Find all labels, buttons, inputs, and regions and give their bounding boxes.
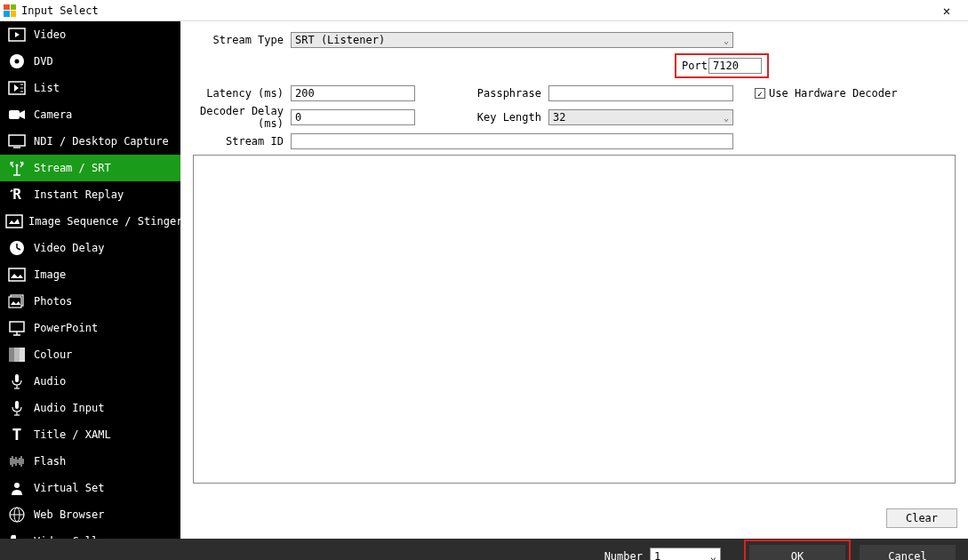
sidebar: Video DVD List Camera NDI / Desktop Capt… — [0, 21, 180, 539]
sidebar-item-colour[interactable]: Colour — [0, 341, 180, 368]
svg-rect-22 — [9, 348, 14, 362]
passphrase-label: Passphrase — [415, 87, 548, 100]
svg-rect-14 — [6, 215, 22, 228]
chevron-down-icon: ⌄ — [724, 113, 729, 123]
sequence-icon — [5, 212, 23, 230]
decoder-delay-label: Decoder Delay (ms) — [193, 105, 291, 130]
sidebar-item-label: Camera — [34, 108, 72, 121]
latency-input[interactable] — [291, 85, 415, 101]
cancel-button[interactable]: Cancel — [860, 545, 956, 560]
port-highlight: Port — [675, 53, 769, 78]
bottombar: Number 1 ⌄ OK Cancel — [0, 539, 968, 560]
sidebar-item-video-call[interactable]: Video Call — [0, 528, 180, 539]
sidebar-item-label: Instant Replay — [34, 188, 124, 201]
svg-point-2 — [15, 60, 20, 64]
sidebar-item-delay[interactable]: Video Delay — [0, 235, 180, 261]
sidebar-item-label: Colour — [34, 348, 72, 361]
replay-icon: R — [5, 186, 28, 204]
video-icon — [5, 26, 28, 44]
sidebar-item-virtual-set[interactable]: Virtual Set — [0, 475, 180, 501]
sidebar-item-label: Audio Input — [34, 402, 104, 414]
port-input[interactable] — [708, 58, 762, 74]
port-label: Port — [682, 60, 708, 72]
svg-rect-19 — [10, 322, 24, 332]
sidebar-item-sequence[interactable]: Image Sequence / Stinger — [0, 208, 180, 235]
sidebar-item-stream[interactable]: Stream / SRT — [0, 155, 180, 181]
key-length-value: 32 — [553, 111, 565, 124]
camera-icon — [5, 106, 28, 124]
chevron-down-icon: ⌄ — [710, 550, 716, 560]
svg-rect-7 — [9, 110, 20, 119]
colour-icon — [5, 346, 28, 364]
sidebar-item-title[interactable]: TTitle / XAML — [0, 421, 180, 448]
sidebar-item-powerpoint[interactable]: PowerPoint — [0, 315, 180, 341]
sidebar-item-label: Image Sequence / Stinger — [28, 215, 180, 228]
number-select[interactable]: 1 ⌄ — [650, 548, 721, 560]
sidebar-item-label: Virtual Set — [34, 482, 104, 494]
mic-icon — [5, 372, 28, 390]
close-button[interactable]: ✕ — [929, 0, 964, 20]
log-area[interactable] — [193, 155, 956, 484]
ok-highlight: OK — [744, 540, 851, 560]
sidebar-item-label: Video Delay — [34, 242, 104, 254]
svg-rect-23 — [14, 348, 20, 362]
app-icon — [4, 4, 16, 17]
sidebar-item-replay[interactable]: RInstant Replay — [0, 181, 180, 208]
sidebar-item-label: Video — [34, 28, 66, 41]
key-length-select[interactable]: 32 ⌄ — [548, 109, 733, 125]
dvd-icon — [5, 52, 28, 70]
sidebar-item-ndi[interactable]: NDI / Desktop Capture — [0, 128, 180, 155]
sidebar-item-photos[interactable]: Photos — [0, 288, 180, 315]
ok-button[interactable]: OK — [749, 545, 845, 560]
flash-icon — [5, 452, 28, 470]
sidebar-item-list[interactable]: List — [0, 75, 180, 101]
svg-text:R: R — [12, 187, 21, 203]
sidebar-item-dvd[interactable]: DVD — [0, 48, 180, 75]
image-icon — [5, 266, 28, 284]
stream-id-label: Stream ID — [193, 135, 291, 148]
sidebar-item-flash[interactable]: Flash — [0, 448, 180, 475]
stream-type-label: Stream Type — [193, 34, 291, 46]
svg-rect-25 — [15, 374, 19, 382]
sidebar-item-label: List — [34, 82, 60, 94]
sidebar-item-video[interactable]: Video — [0, 21, 180, 48]
hw-decoder-label: Use Hardware Decoder — [769, 87, 898, 100]
svg-text:T: T — [12, 428, 22, 442]
sidebar-item-label: Flash — [34, 455, 66, 468]
sidebar-item-image[interactable]: Image — [0, 261, 180, 288]
mic-input-icon — [5, 399, 28, 417]
svg-rect-24 — [20, 348, 25, 362]
decoder-delay-input[interactable] — [291, 109, 415, 125]
call-icon — [5, 532, 28, 539]
sidebar-item-label: PowerPoint — [34, 322, 98, 334]
stream-type-value: SRT (Listener) — [295, 34, 385, 46]
virtual-set-icon — [5, 479, 28, 497]
key-length-label: Key Length — [415, 111, 548, 124]
svg-rect-8 — [9, 135, 25, 146]
content-panel: Stream Type SRT (Listener) ⌄ Port Latenc… — [180, 21, 968, 539]
number-value: 1 — [654, 550, 660, 560]
sidebar-item-label: Video Call — [34, 535, 98, 539]
titlebar: Input Select ✕ — [0, 0, 968, 21]
list-icon — [5, 79, 28, 97]
sidebar-item-camera[interactable]: Camera — [0, 101, 180, 128]
presentation-icon — [5, 319, 28, 337]
clear-button[interactable]: Clear — [886, 508, 957, 528]
sidebar-item-audio-input[interactable]: Audio Input — [0, 395, 180, 421]
chevron-down-icon: ⌄ — [724, 36, 729, 45]
monitor-icon — [5, 132, 28, 150]
latency-label: Latency (ms) — [193, 87, 291, 100]
svg-rect-16 — [9, 268, 25, 281]
stream-type-select[interactable]: SRT (Listener) ⌄ — [291, 32, 733, 48]
passphrase-input[interactable] — [548, 85, 733, 101]
svg-rect-28 — [15, 401, 19, 409]
hw-decoder-checkbox[interactable]: ✓ — [755, 88, 765, 99]
svg-rect-18 — [9, 297, 21, 308]
clock-icon — [5, 239, 28, 257]
sidebar-item-audio[interactable]: Audio — [0, 368, 180, 395]
photos-icon — [5, 292, 28, 310]
sidebar-item-browser[interactable]: Web Browser — [0, 501, 180, 528]
antenna-icon — [5, 159, 28, 177]
stream-id-input[interactable] — [291, 133, 733, 149]
sidebar-item-label: Web Browser — [34, 508, 104, 521]
